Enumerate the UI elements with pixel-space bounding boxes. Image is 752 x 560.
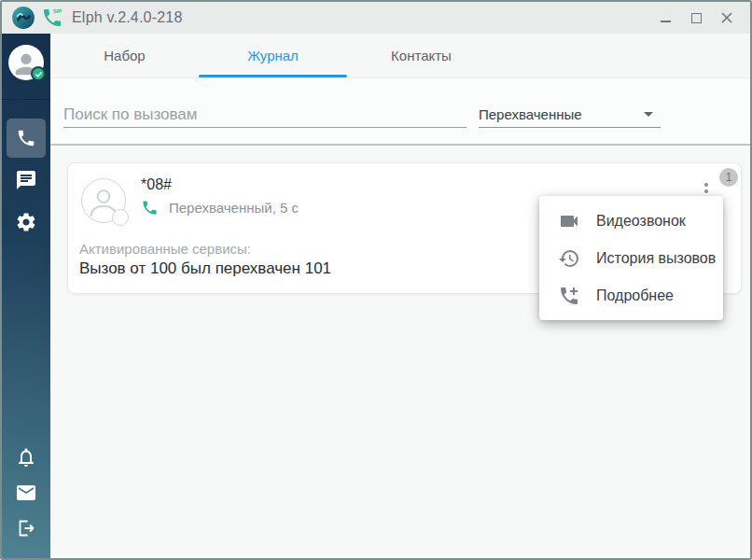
kebab-dot xyxy=(704,183,708,187)
videocam-icon xyxy=(558,210,580,232)
online-status-icon xyxy=(31,66,46,81)
phone-icon xyxy=(16,128,36,148)
chevron-down-icon xyxy=(644,112,653,117)
app-window: SIP Elph v.2.4.0-218 xyxy=(0,0,752,560)
dropdown-selected-value: Перехваченные xyxy=(479,106,582,122)
minimize-button[interactable] xyxy=(659,11,672,24)
sidebar-item-notifications[interactable] xyxy=(13,444,39,470)
add-call-icon xyxy=(558,285,580,307)
call-status-row: Перехваченный, 5 с xyxy=(141,199,299,217)
menu-item-label: Подробнее xyxy=(596,287,674,304)
menu-item-call-history[interactable]: История вызовов xyxy=(539,240,723,277)
close-button[interactable] xyxy=(720,11,733,24)
maximize-icon xyxy=(691,13,702,23)
tab-label: Контакты xyxy=(391,48,452,63)
sidebar-divider xyxy=(2,99,50,100)
maximize-button[interactable] xyxy=(689,11,703,24)
services-label: Активированные сервисы: xyxy=(79,241,251,257)
tab-dialpad[interactable]: Набор xyxy=(50,34,199,77)
bell-icon xyxy=(15,446,37,469)
contact-avatar xyxy=(81,178,126,223)
search-input[interactable] xyxy=(63,102,467,128)
sidebar-item-messages[interactable] xyxy=(13,167,39,193)
chat-icon xyxy=(15,169,37,191)
menu-item-label: История вызовов xyxy=(596,250,716,267)
main-area: Набор Журнал Контакты Перехваченные xyxy=(50,34,750,560)
active-tab-indicator xyxy=(199,75,347,77)
menu-item-video-call[interactable]: Видеозвонок xyxy=(539,203,723,240)
sidebar-item-mail[interactable] xyxy=(13,480,39,506)
close-icon xyxy=(720,11,733,24)
kebab-dot xyxy=(704,189,708,193)
call-count-badge: 1 xyxy=(719,168,738,187)
history-icon xyxy=(558,247,580,270)
app-logo-icon xyxy=(11,6,35,30)
call-number: *08# xyxy=(141,176,172,193)
title-bar: SIP Elph v.2.4.0-218 xyxy=(2,2,750,34)
user-avatar[interactable] xyxy=(8,45,44,80)
sip-label: SIP xyxy=(53,8,62,14)
call-filter-dropdown[interactable]: Перехваченные xyxy=(479,102,661,128)
call-direction-icon xyxy=(141,199,159,217)
sidebar-item-settings[interactable] xyxy=(13,209,39,235)
contact-status-icon xyxy=(112,209,129,226)
tab-label: Журнал xyxy=(247,48,299,63)
window-controls xyxy=(659,11,741,24)
sip-phone-icon: SIP xyxy=(41,7,63,29)
logout-icon xyxy=(15,517,37,539)
tab-contacts[interactable]: Контакты xyxy=(347,34,495,77)
menu-item-label: Видеозвонок xyxy=(596,213,686,230)
sidebar-item-calls[interactable] xyxy=(7,119,46,158)
sidebar xyxy=(2,34,50,560)
sidebar-item-logout[interactable] xyxy=(13,515,39,541)
minimize-icon xyxy=(661,21,671,22)
mail-icon xyxy=(15,482,37,504)
context-menu: Видеозвонок История вызовов Подробнее xyxy=(539,196,723,320)
filter-row: Перехваченные xyxy=(50,79,750,144)
window-title: Elph v.2.4.0-218 xyxy=(72,9,183,26)
tab-label: Набор xyxy=(104,48,145,63)
tab-journal[interactable]: Журнал xyxy=(199,34,347,77)
tab-bar: Набор Журнал Контакты xyxy=(50,34,750,78)
call-status-text: Перехваченный, 5 с xyxy=(169,200,299,216)
gear-icon xyxy=(15,211,37,233)
menu-item-details[interactable]: Подробнее xyxy=(539,277,723,315)
services-text: Вызов от 100 был перехвачен 101 xyxy=(79,259,331,278)
